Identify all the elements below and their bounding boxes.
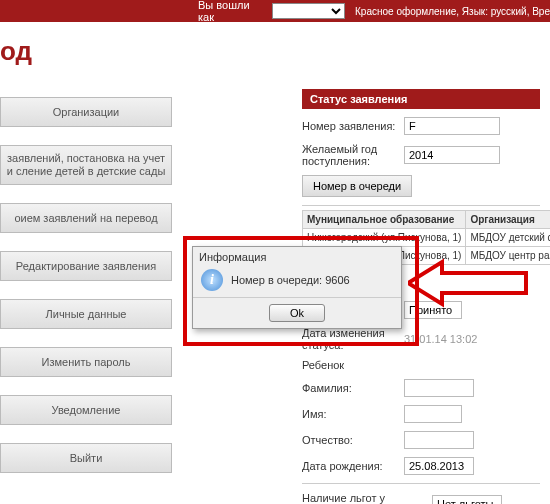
table-col-org: Организация <box>466 211 550 229</box>
status-header: Статус заявления <box>302 89 540 109</box>
app-no-label: Номер заявления: <box>302 120 404 132</box>
table-col-mun: Муниципальное образование <box>303 211 466 229</box>
firstname-label: Имя: <box>302 408 404 420</box>
birth-label: Дата рождения: <box>302 460 404 472</box>
sidebar-item-change-password[interactable]: Изменить пароль <box>0 347 172 377</box>
birth-field[interactable] <box>404 457 474 475</box>
dialog-message: Номер в очереди: 9606 <box>231 274 350 286</box>
sidebar-item-organizations[interactable]: Организации <box>0 97 172 127</box>
divider <box>302 483 540 484</box>
dialog-title: Информация <box>193 247 401 267</box>
benefits-label: Наличие льгот у ребенка: <box>302 492 432 504</box>
info-dialog: Информация i Номер в очереди: 9606 Ok <box>192 246 402 329</box>
date-change-value: 31.01.14 13:02 <box>404 333 477 345</box>
date-change-label: Дата изменения статуса: <box>302 327 404 351</box>
sidebar-item-transfer[interactable]: оием заявлений на перевод <box>0 203 172 233</box>
lastname-field[interactable] <box>404 379 474 397</box>
sidebar-item-edit[interactable]: Редактирование заявления <box>0 251 172 281</box>
sidebar-item-personal[interactable]: Личные данные <box>0 299 172 329</box>
child-label: Ребенок <box>302 359 404 371</box>
firstname-field[interactable] <box>404 405 462 423</box>
year-label: Желаемый год поступления: <box>302 143 404 167</box>
divider <box>302 205 540 206</box>
dialog-ok-button[interactable]: Ok <box>269 304 325 322</box>
theme-label: Красное оформление, Язык: русский, Вре <box>355 6 550 17</box>
table-row[interactable]: Нижегородский (ул.Пискунова, 1) МБДОУ де… <box>303 229 551 247</box>
login-as-label: Вы вошли как <box>198 0 268 23</box>
queue-number-button[interactable]: Номер в очереди <box>302 175 412 197</box>
app-no-field[interactable] <box>404 117 500 135</box>
sidebar-item-applications[interactable]: заявлений, постановка на учет и сление д… <box>0 145 172 185</box>
year-field[interactable] <box>404 146 500 164</box>
top-bar: Вы вошли как Красное оформление, Язык: р… <box>0 0 550 22</box>
page-title: од <box>0 22 550 79</box>
patronymic-label: Отчество: <box>302 434 404 446</box>
sidebar: Организации заявлений, постановка на уче… <box>0 79 172 504</box>
sidebar-item-exit[interactable]: Выйти <box>0 443 172 473</box>
patronymic-field[interactable] <box>404 431 474 449</box>
login-select[interactable] <box>272 3 345 19</box>
lastname-label: Фамилия: <box>302 382 404 394</box>
sidebar-item-notification[interactable]: Уведомление <box>0 395 172 425</box>
info-icon: i <box>201 269 223 291</box>
benefits-field[interactable] <box>432 495 502 504</box>
accepted-field[interactable] <box>404 301 462 319</box>
